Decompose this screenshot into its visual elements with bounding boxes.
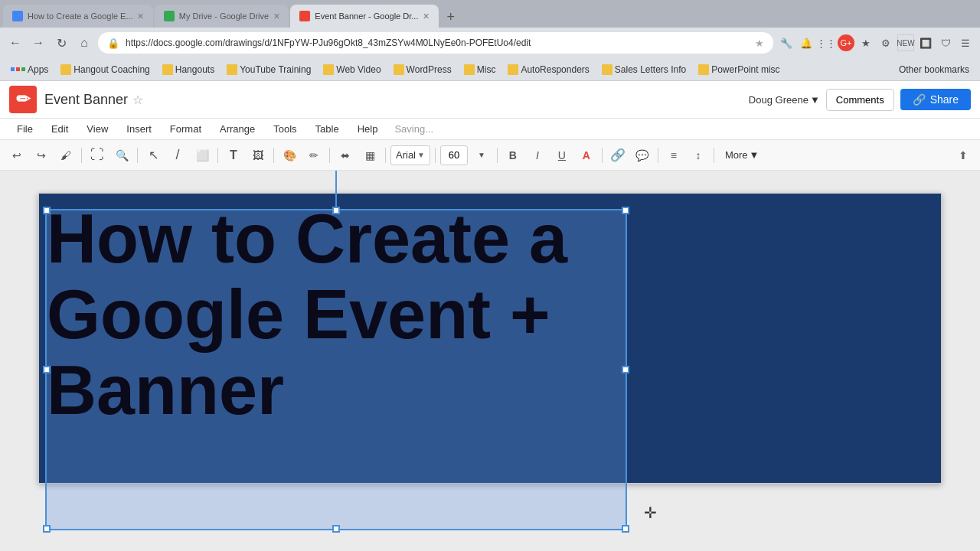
text-align-button[interactable]: ≡ xyxy=(663,145,684,166)
comments-button[interactable]: Comments xyxy=(826,89,894,111)
profile-icon[interactable]: G+ xyxy=(838,34,854,51)
comment-button[interactable]: 💬 xyxy=(632,145,653,166)
shape-button[interactable]: ⬜ xyxy=(191,145,213,166)
align-button[interactable]: ⬌ xyxy=(335,145,356,166)
adblock-icon[interactable]: 🛡 xyxy=(937,34,954,51)
menu-table[interactable]: Table xyxy=(308,120,347,138)
bookmark-other[interactable]: Other bookmarks xyxy=(894,63,974,77)
tab-1-close[interactable]: × xyxy=(138,10,144,22)
bookmark-hangouts[interactable]: Hangouts xyxy=(158,63,219,77)
drawing-canvas[interactable]: How to Create aGoogle Event +Banner ✛ xyxy=(38,193,942,484)
bookmark-apps[interactable]: Apps xyxy=(6,63,53,77)
bookmarks-bar: Apps Hangout Coaching Hangouts YouTube T… xyxy=(0,58,980,81)
bookmark-icon[interactable]: ★ xyxy=(858,34,874,51)
menu-arrange[interactable]: Arrange xyxy=(212,120,263,138)
nav-bar: ← → ↻ ⌂ 🔒 https://docs.google.com/drawin… xyxy=(0,28,980,58)
fill-color-button[interactable]: 🎨 xyxy=(279,145,300,166)
tab-2-favicon xyxy=(164,11,175,21)
more-label: More xyxy=(725,149,748,161)
address-text: https://docs.google.com/drawings/d/1NFpY… xyxy=(126,37,749,48)
folder-icon xyxy=(464,64,475,75)
line-button[interactable]: / xyxy=(167,145,188,166)
select-button[interactable]: ⛶ xyxy=(87,145,108,166)
handle-bottom-right[interactable] xyxy=(622,525,629,533)
bookmark-autoresponders[interactable]: AutoResponders xyxy=(503,63,593,77)
handle-top-right[interactable] xyxy=(622,207,629,214)
notifications-icon[interactable]: 🔔 xyxy=(798,34,815,51)
handle-mid-right[interactable] xyxy=(622,366,629,373)
folder-icon xyxy=(227,64,237,75)
font-color-button[interactable]: A xyxy=(576,145,597,166)
folder-icon xyxy=(323,64,334,75)
tab-3[interactable]: Event Banner - Google Dr... × xyxy=(290,5,438,28)
font-size-arrow[interactable]: ▼ xyxy=(471,145,492,166)
tab-1[interactable]: How to Create a Google E... × xyxy=(3,5,153,28)
menu-icon[interactable]: ☰ xyxy=(957,34,974,51)
line-color-button[interactable]: ✏ xyxy=(303,145,325,166)
italic-button[interactable]: I xyxy=(527,145,548,166)
folder-icon xyxy=(698,64,709,75)
menu-tools[interactable]: Tools xyxy=(266,120,304,138)
bookmark-youtube-label: YouTube Training xyxy=(240,64,311,75)
collapse-toolbar-button[interactable]: ⬆ xyxy=(952,145,974,166)
folder-icon xyxy=(162,64,173,75)
bookmark-powerpoint[interactable]: PowerPoint misc xyxy=(694,63,784,77)
settings-icon[interactable]: ⚙ xyxy=(877,34,894,51)
reload-button[interactable]: ↻ xyxy=(52,34,70,52)
user-name[interactable]: Doug Greene ▼ xyxy=(749,94,820,106)
bookmark-web-video[interactable]: Web Video xyxy=(318,63,385,77)
paint-format-button[interactable]: 🖌 xyxy=(55,145,77,166)
star-icon[interactable]: ☆ xyxy=(132,93,143,107)
saving-text: Saving... xyxy=(394,123,433,135)
apps-icon[interactable]: ⋮⋮ xyxy=(818,34,835,51)
handle-bottom-left[interactable] xyxy=(43,525,51,533)
bookmark-wordpress[interactable]: WordPress xyxy=(389,63,456,77)
font-size-input[interactable] xyxy=(440,145,468,165)
image-button[interactable]: 🖼 xyxy=(247,145,269,166)
line-spacing-button[interactable]: ↕ xyxy=(688,145,709,166)
zoom-button[interactable]: 🔍 xyxy=(111,145,132,166)
new-icon[interactable]: NEW xyxy=(897,34,914,51)
address-bar[interactable]: 🔒 https://docs.google.com/drawings/d/1NF… xyxy=(98,32,773,54)
distribute-button[interactable]: ▦ xyxy=(359,145,381,166)
menu-file[interactable]: File xyxy=(9,120,41,138)
extensions-icon[interactable]: 🔧 xyxy=(778,34,795,51)
forward-button[interactable]: → xyxy=(29,34,47,52)
docs-logo-letter: ✏ xyxy=(16,90,30,109)
canvas-area[interactable]: How to Create aGoogle Event +Banner ✛ xyxy=(0,171,980,551)
home-button[interactable]: ⌂ xyxy=(75,34,93,52)
folder-icon xyxy=(508,64,518,75)
redo-button[interactable]: ↪ xyxy=(31,145,52,166)
font-dropdown[interactable]: Arial ▼ xyxy=(390,145,430,165)
menu-insert[interactable]: Insert xyxy=(119,120,159,138)
menu-format[interactable]: Format xyxy=(162,120,209,138)
text-button[interactable]: T xyxy=(223,145,244,166)
tab-3-close[interactable]: × xyxy=(423,10,429,22)
link-button[interactable]: 🔗 xyxy=(607,145,629,166)
menu-view[interactable]: View xyxy=(79,120,116,138)
back-button[interactable]: ← xyxy=(6,34,24,52)
extension1-icon[interactable]: 🔲 xyxy=(917,34,934,51)
tab-2-close[interactable]: × xyxy=(273,10,279,22)
undo-button[interactable]: ↩ xyxy=(6,145,28,166)
handle-bottom-center[interactable] xyxy=(332,525,340,533)
docs-title-text: Event Banner xyxy=(44,92,128,108)
underline-button[interactable]: U xyxy=(551,145,573,166)
bookmark-misc[interactable]: Misc xyxy=(459,63,501,77)
share-button[interactable]: 🔗 Share xyxy=(900,89,971,110)
bold-button[interactable]: B xyxy=(502,145,524,166)
bookmark-sales-letters[interactable]: Sales Letters Info xyxy=(597,63,691,77)
bookmark-youtube-training[interactable]: YouTube Training xyxy=(222,63,315,77)
bookmark-web-video-label: Web Video xyxy=(336,64,381,75)
bookmark-wordpress-label: WordPress xyxy=(407,64,452,75)
menu-help[interactable]: Help xyxy=(350,120,386,138)
more-button[interactable]: More ▼ xyxy=(719,148,766,162)
new-tab-button[interactable]: + xyxy=(440,6,462,28)
bookmark-hangout-coaching[interactable]: Hangout Coaching xyxy=(56,63,154,77)
cursor-button[interactable]: ↖ xyxy=(142,145,164,166)
browser-frame: How to Create a Google E... × My Drive -… xyxy=(0,0,980,551)
move-cursor-icon: ✛ xyxy=(644,504,657,522)
separator-1 xyxy=(81,148,82,163)
tab-2[interactable]: My Drive - Google Drive × xyxy=(155,5,289,28)
menu-edit[interactable]: Edit xyxy=(44,120,76,138)
